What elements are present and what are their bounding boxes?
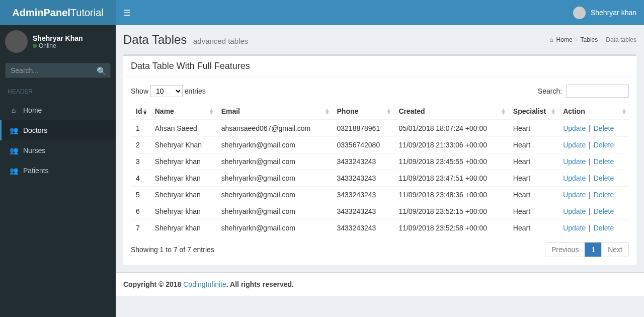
page-title: Data Tables advanced tables <box>123 33 248 47</box>
cell-action: Update | Delete <box>558 187 629 203</box>
sidebar-item-label: Patients <box>23 167 49 175</box>
sidebar-item-nurses[interactable]: 👥Nurses <box>0 140 116 161</box>
patients-icon: 👥 <box>9 167 18 175</box>
logo[interactable]: AdminPanelTutorial <box>0 0 116 25</box>
update-link[interactable]: Update <box>563 207 586 215</box>
doctors-icon: 👥 <box>9 126 18 134</box>
breadcrumb-home[interactable]: Home <box>556 36 573 43</box>
sidebar-item-label: Doctors <box>23 126 47 134</box>
cell-created: 11/09/2018 23:52:58 +00:00 <box>393 220 508 236</box>
sort-icon: ▲▼ <box>621 108 627 114</box>
delete-link[interactable]: Delete <box>594 141 614 149</box>
breadcrumb-tables[interactable]: Tables <box>581 36 598 43</box>
sort-icon: ▲▼ <box>209 108 214 114</box>
cell-email: shehryarkn@gmail.com <box>216 153 332 170</box>
column-header-phone[interactable]: Phone▲▼ <box>332 103 394 120</box>
dashboard-icon: ⌂ <box>549 36 553 43</box>
user-panel: Shehryar Khan Online <box>0 25 116 58</box>
page-subtitle: advanced tables <box>193 37 248 45</box>
filter-control: Search: <box>538 85 629 98</box>
update-link[interactable]: Update <box>563 157 586 166</box>
cell-id: 3 <box>131 153 150 170</box>
sidebar-item-home[interactable]: ⌂Home <box>0 100 116 120</box>
sidebar-item-doctors[interactable]: 👥Doctors <box>0 120 116 140</box>
delete-link[interactable]: Delete <box>594 157 614 166</box>
update-link[interactable]: Update <box>563 174 586 182</box>
cell-id: 4 <box>131 170 150 187</box>
search-input[interactable] <box>5 63 111 78</box>
user-menu[interactable]: Shehryar khan <box>573 7 636 19</box>
cell-name: Shehryar khan <box>150 170 216 187</box>
column-header-email[interactable]: Email▲▼ <box>216 103 332 120</box>
sidebar-item-label: Nurses <box>23 146 45 154</box>
cell-email: shehryarkn@gmail.com <box>216 170 332 187</box>
delete-link[interactable]: Delete <box>594 191 614 199</box>
update-link[interactable]: Update <box>563 191 586 199</box>
cell-specialist: Heart <box>508 137 558 153</box>
cell-specialist: Heart <box>508 120 558 137</box>
delete-link[interactable]: Delete <box>594 207 614 215</box>
column-header-action[interactable]: Action▲▼ <box>558 103 629 120</box>
update-link[interactable]: Update <box>563 124 586 132</box>
search-icon[interactable]: 🔍 <box>97 66 107 76</box>
status-dot-icon <box>33 44 37 48</box>
sidebar-username: Shehryar Khan <box>33 34 83 42</box>
column-header-created[interactable]: Created▲▼ <box>393 103 508 120</box>
update-link[interactable]: Update <box>563 224 586 232</box>
sort-icon: ▲▼ <box>550 108 556 114</box>
sidebar-header-label: HEADER <box>0 83 116 100</box>
table-row: 5Shehryar khanshehryarkn@gmail.com343324… <box>131 187 629 203</box>
cell-action: Update | Delete <box>558 120 629 137</box>
delete-link[interactable]: Delete <box>594 224 614 232</box>
cell-phone: 3433243243 <box>332 153 394 170</box>
sort-icon: ▲▼ <box>142 108 148 114</box>
breadcrumb-current: Data tables <box>606 36 636 43</box>
delete-link[interactable]: Delete <box>594 124 614 132</box>
cell-created: 11/09/2018 23:45:55 +00:00 <box>393 153 508 170</box>
cell-specialist: Heart <box>508 220 558 236</box>
cell-specialist: Heart <box>508 187 558 203</box>
cell-action: Update | Delete <box>558 153 629 170</box>
cell-phone: 3433243243 <box>332 220 394 236</box>
action-separator: | <box>587 157 592 166</box>
cell-created: 11/09/2018 23:47:51 +00:00 <box>393 170 508 187</box>
cell-name: Shehryar khan <box>150 203 216 220</box>
cell-created: 11/09/2018 21:33:06 +00:00 <box>393 137 508 153</box>
cell-name: Shehryar Khan <box>150 137 216 153</box>
cell-name: Shehryar khan <box>150 187 216 203</box>
breadcrumb: ⌂ Home › Tables › Data tables <box>549 36 636 43</box>
column-header-name[interactable]: Name▲▼ <box>150 103 216 120</box>
table-row: 2Shehryar Khanshehryarkn@gmail.com033567… <box>131 137 629 153</box>
sidebar-item-patients[interactable]: 👥Patients <box>0 161 116 181</box>
action-separator: | <box>587 224 592 232</box>
pagination-prev[interactable]: Previous <box>545 243 585 257</box>
delete-link[interactable]: Delete <box>594 174 614 182</box>
action-separator: | <box>587 124 592 132</box>
column-header-specialist[interactable]: Specialist▲▼ <box>508 103 558 120</box>
chevron-right-icon: › <box>576 36 578 43</box>
filter-input[interactable] <box>566 85 629 98</box>
footer: Copyright © 2018 CodingInfinite. All rig… <box>116 272 644 296</box>
cell-name: Shehryar khan <box>150 153 216 170</box>
pagination-next[interactable]: Next <box>601 243 628 257</box>
cell-action: Update | Delete <box>558 203 629 220</box>
action-separator: | <box>587 174 592 182</box>
update-link[interactable]: Update <box>563 141 586 149</box>
cell-name: Ahsan Saeed <box>150 120 216 137</box>
pagination-page-1[interactable]: 1 <box>585 243 601 257</box>
action-separator: | <box>587 207 592 215</box>
hamburger-icon[interactable]: ☰ <box>123 8 130 18</box>
length-select[interactable]: 10 <box>150 85 183 97</box>
footer-link[interactable]: CodingInfinite <box>183 280 226 288</box>
cell-action: Update | Delete <box>558 137 629 153</box>
cell-id: 7 <box>131 220 150 236</box>
nurses-icon: 👥 <box>9 146 18 154</box>
cell-created: 11/09/2018 23:52:15 +00:00 <box>393 203 508 220</box>
cell-action: Update | Delete <box>558 220 629 236</box>
table-row: 6Shehryar khanshehryarkn@gmail.com343324… <box>131 203 629 220</box>
cell-email: shehryarkn@gmail.com <box>216 187 332 203</box>
sort-icon: ▲▼ <box>325 108 330 114</box>
user-status: Online <box>33 42 83 49</box>
cell-id: 1 <box>131 120 150 137</box>
column-header-id[interactable]: Id▲▼ <box>131 103 150 120</box>
